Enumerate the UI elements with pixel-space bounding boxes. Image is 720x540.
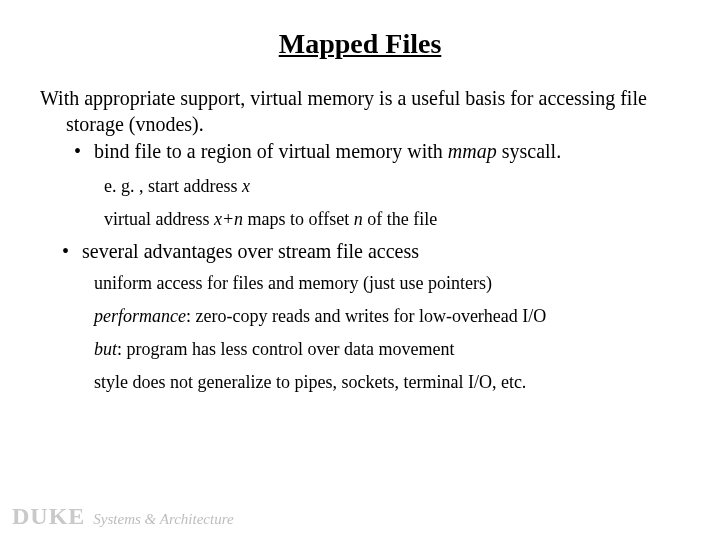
bullet-2-text: several advantages over stream file acce… [82, 240, 419, 262]
sub-va-n: n [354, 209, 363, 229]
bullet-list-1: • bind file to a region of virtual memor… [74, 139, 680, 165]
slide-body: With appropriate support, virtual memory… [40, 86, 680, 397]
sub-va-prefix: virtual address [104, 209, 214, 229]
adv-uniform: uniform access for files and memory (jus… [94, 270, 680, 298]
slide-title: Mapped Files [40, 28, 680, 60]
sub-eg-prefix: e. g. , start address [104, 176, 242, 196]
sub-bullets-1: e. g. , start address x virtual address … [104, 173, 680, 233]
bullet-advantages: • several advantages over stream file ac… [62, 239, 680, 265]
intro-paragraph: With appropriate support, virtual memory… [40, 86, 680, 137]
sub-virtual-address: virtual address x+n maps to offset n of … [104, 206, 680, 233]
sub-va-xn: x+n [214, 209, 243, 229]
slide: Mapped Files With appropriate support, v… [0, 0, 720, 540]
sub-va-mid: maps to offset [243, 209, 354, 229]
sub-bullets-2: uniform access for files and memory (jus… [94, 270, 680, 397]
adv-performance-label: performance [94, 306, 186, 326]
sub-eg-x: x [242, 176, 250, 196]
intro-line-1: With appropriate support, virtual memory… [40, 87, 534, 109]
footer-logo-text: DUKE [12, 503, 85, 530]
adv-performance: performance: zero-copy reads and writes … [94, 303, 680, 331]
adv-style: style does not generalize to pipes, sock… [94, 369, 680, 397]
footer: DUKE Systems & Architecture [12, 503, 234, 530]
bullet-list-2: • several advantages over stream file ac… [62, 239, 680, 265]
sub-va-suffix: of the file [363, 209, 437, 229]
bullet-dot-icon: • [62, 239, 69, 265]
bullet-bind-file: • bind file to a region of virtual memor… [74, 139, 680, 165]
adv-but-rest: : program has less control over data mov… [117, 339, 454, 359]
adv-but: but: program has less control over data … [94, 336, 680, 364]
sub-eg: e. g. , start address x [104, 173, 680, 200]
footer-tagline: Systems & Architecture [93, 511, 233, 528]
bullet-dot-icon: • [74, 139, 81, 165]
bullet-1-prefix: bind file to a region of virtual memory … [94, 140, 448, 162]
adv-but-label: but [94, 339, 117, 359]
bullet-1-suffix: syscall. [497, 140, 561, 162]
adv-performance-rest: : zero-copy reads and writes for low-ove… [186, 306, 546, 326]
bullet-1-mmap: mmap [448, 140, 497, 162]
